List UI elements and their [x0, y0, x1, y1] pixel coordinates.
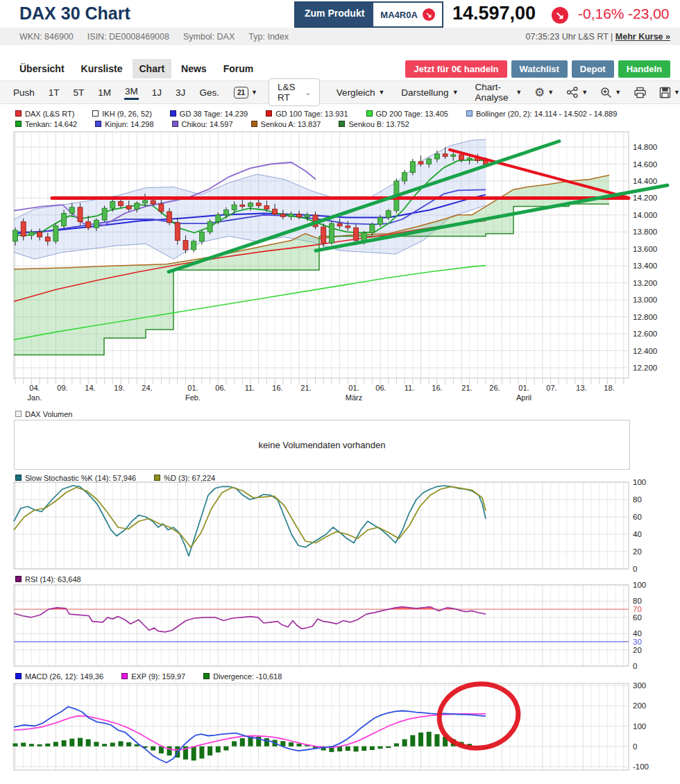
tab-chart[interactable]: Chart	[133, 59, 172, 78]
svg-text:80: 80	[633, 495, 642, 504]
svg-text:Feb.: Feb.	[185, 393, 201, 402]
legend-label: GD 38 Tage: 14.239	[180, 110, 248, 118]
range-3m[interactable]: 3M	[124, 85, 139, 100]
svg-text:0: 0	[633, 742, 637, 751]
zum-produkt-button[interactable]: Zum Produkt	[296, 3, 373, 26]
svg-text:100: 100	[633, 581, 646, 589]
svg-text:Jan.: Jan.	[28, 393, 42, 402]
calendar-button[interactable]: 21▼	[234, 87, 257, 99]
change-percent: -0,16%	[578, 6, 624, 22]
legend-label: %D (3): 67,224	[164, 474, 215, 482]
range-1j[interactable]: 1J	[151, 86, 162, 99]
legend-swatch-icon	[170, 110, 176, 117]
range-1m[interactable]: 1M	[97, 86, 112, 99]
handeln-button[interactable]: Handeln	[618, 60, 670, 78]
legend-label: GD 200 Tage: 13.405	[376, 110, 448, 118]
legend-swatch-icon	[154, 475, 160, 481]
price-down-arrow-icon: ↘	[552, 7, 568, 24]
legend-swatch-icon	[172, 121, 178, 127]
svg-text:21.: 21.	[300, 384, 311, 392]
calendar-icon: 21	[234, 87, 248, 99]
legend-row: DAX Volumen	[15, 409, 72, 419]
range-3j[interactable]: 3J	[175, 86, 186, 99]
chevron-down-icon: ⌄	[305, 89, 310, 96]
volume-panel: keine Volumendaten vorhanden	[14, 420, 630, 470]
price-chart-legend: DAX (L&S RT)IKH (9, 26, 52)GD 38 Tage: 1…	[15, 108, 617, 129]
svg-text:80: 80	[633, 597, 642, 605]
legend-row: RSI (14): 63,648	[15, 574, 81, 584]
svg-text:01.: 01.	[187, 384, 198, 392]
menu-darstellung[interactable]: Darstellung▼	[401, 87, 458, 98]
svg-text:19.: 19.	[114, 384, 124, 392]
legend-item: GD 100 Tage: 13.931	[266, 110, 348, 118]
wkn-code-box[interactable]: MA4R0A ↘	[373, 3, 441, 26]
svg-text:12.800: 12.800	[633, 313, 657, 321]
time-label: 07:35:23 Uhr L&S RT |	[526, 32, 615, 42]
legend-swatch-icon	[339, 121, 345, 127]
svg-text:14.600: 14.600	[633, 160, 657, 169]
nav-tabs: ÜbersichtKurslisteChartNewsForum	[12, 59, 260, 78]
product-box: Zum Produkt MA4R0A ↘	[294, 1, 443, 28]
svg-text:14.000: 14.000	[633, 211, 657, 219]
indicators-icon[interactable]: ▼	[566, 87, 588, 98]
price-chart-panel[interactable]: 14.80014.60014.40014.20014.00013.80013.6…	[0, 130, 680, 408]
legend-item: %D (3): 67,224	[154, 474, 215, 482]
legend-swatch-icon	[92, 110, 99, 117]
legend-row: Tenkan: 14.642Kinjun: 14.298Chikou: 14.5…	[15, 119, 617, 129]
svg-text:0: 0	[633, 565, 637, 573]
svg-text:-100: -100	[633, 762, 649, 771]
legend-item: Senkou B: 13.752	[339, 120, 409, 128]
stoch-chart-canvas: 100806040200	[0, 472, 680, 576]
jetzt-f-r-0-handeln-button[interactable]: Jetzt für 0€ handeln	[405, 60, 507, 78]
range-1t[interactable]: 1T	[48, 86, 60, 99]
symbol-label: Symbol: DAX	[183, 32, 235, 42]
typ-label: Typ: Index	[248, 32, 289, 42]
range-5t[interactable]: 5T	[73, 86, 85, 99]
nav-bar: ÜbersichtKurslisteChartNewsForum Jetzt f…	[0, 58, 680, 79]
legend-label: Chikou: 14.597	[182, 120, 233, 128]
svg-text:12.400: 12.400	[633, 347, 657, 355]
watchlist-button[interactable]: Watchlist	[511, 60, 568, 78]
mehr-kurse-link[interactable]: Mehr Kurse »	[615, 32, 670, 42]
gear-icon[interactable]: ⚙▼	[534, 85, 554, 100]
legend-label: RSI (14): 63,648	[25, 575, 81, 583]
print-icon[interactable]	[634, 87, 647, 99]
save-icon[interactable]: ▼	[659, 87, 680, 99]
svg-text:11.: 11.	[405, 384, 414, 392]
menu-chart-analyse[interactable]: Chart-Analyse▼	[475, 82, 522, 103]
depot-button[interactable]: Depot	[572, 60, 614, 78]
legend-label: Bollinger (20, 2): 14.114 - 14.502 - 14.…	[476, 110, 617, 118]
legend-swatch-icon	[203, 673, 210, 679]
legend-swatch-icon	[251, 121, 257, 127]
legend-item: EXP (9): 159,97	[121, 672, 185, 681]
svg-text:13.600: 13.600	[633, 245, 657, 253]
svg-text:14.400: 14.400	[633, 177, 657, 185]
tab-forum[interactable]: Forum	[216, 59, 261, 78]
svg-text:60: 60	[633, 613, 642, 622]
feed-select[interactable]: L&S RT⌄	[269, 78, 320, 106]
chevron-down-icon: ▼	[378, 89, 384, 96]
macd-chart-canvas: 3002001000-100	[0, 670, 680, 784]
legend-swatch-icon	[15, 411, 22, 417]
menu-vergleich[interactable]: Vergleich▼	[337, 87, 384, 98]
legend-swatch-icon	[15, 576, 22, 582]
tab-bersicht[interactable]: Übersicht	[12, 59, 71, 78]
main-chart-canvas[interactable]: 14.80014.60014.40014.20014.00013.80013.6…	[0, 130, 680, 408]
legend-label: IKH (9, 26, 52)	[102, 110, 152, 118]
zoom-in-icon[interactable]: ▼	[600, 87, 621, 99]
range-push[interactable]: Push	[12, 86, 35, 99]
legend-item: Tenkan: 14.642	[15, 120, 77, 128]
tab-kursliste[interactable]: Kursliste	[74, 59, 130, 78]
svg-text:14.200: 14.200	[633, 194, 657, 202]
legend-label: Senkou B: 13.752	[348, 120, 409, 128]
legend-label: EXP (9): 159,97	[131, 672, 185, 681]
svg-text:300: 300	[633, 681, 646, 690]
legend-swatch-icon	[15, 110, 22, 117]
tab-news[interactable]: News	[174, 59, 214, 78]
range-ges[interactable]: Ges.	[198, 86, 220, 99]
legend-item: Slow Stochastic %K (14): 57,946	[15, 474, 136, 482]
chevron-down-icon: ▼	[674, 89, 680, 96]
svg-text:18.: 18.	[604, 384, 614, 392]
meta-bar: WKN: 846900 ISIN: DE0008469008 Symbol: D…	[0, 28, 680, 45]
svg-text:40: 40	[633, 530, 642, 538]
